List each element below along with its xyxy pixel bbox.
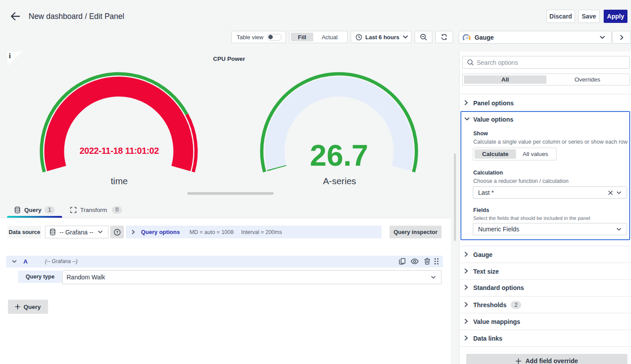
svg-text:79: 79	[465, 36, 468, 39]
svg-text:?: ?	[116, 230, 119, 234]
